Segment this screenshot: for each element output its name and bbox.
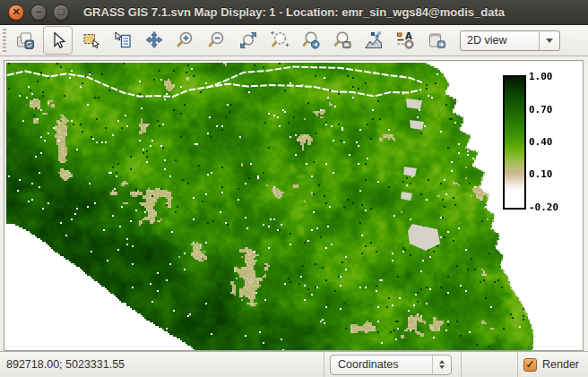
render-map-button[interactable]	[12, 27, 38, 54]
pan-icon	[144, 30, 164, 50]
statusbar-mode-value: Coordinates	[331, 358, 432, 371]
zoom-in-icon	[176, 30, 195, 50]
chevron-down-icon	[546, 39, 553, 43]
zoom-out-icon	[207, 30, 227, 50]
map-toolbar: A 2D view	[0, 25, 588, 56]
save-display-icon	[427, 30, 446, 50]
add-map-elements-button[interactable]: A	[392, 27, 418, 54]
pan-button[interactable]	[141, 27, 167, 54]
pointer-coordinates: 892718.00; 5023331.55	[0, 352, 324, 377]
statusbar-mode-section: Coordinates	[324, 352, 462, 377]
select-features-icon	[82, 30, 101, 50]
statusbar: 892718.00; 5023331.55 Coordinates ✓ Rend…	[0, 351, 588, 377]
render-section: ✓ Render	[523, 352, 588, 377]
toolbar-grip-handle[interactable]	[3, 29, 6, 52]
render-checkbox-label: Render	[542, 358, 579, 371]
zoom-options-icon	[333, 30, 352, 50]
titlebar: ✕ − □ GRASS GIS 7.1.svn Map Display: 1 -…	[0, 0, 588, 25]
spinner-arrows-icon	[432, 356, 451, 374]
dropdown-arrow-button[interactable]	[539, 31, 559, 50]
pointer-button[interactable]	[43, 26, 73, 55]
map-display-area: 1.00 0.70 0.40 0.10 -0.20	[4, 60, 584, 351]
zoom-extent-icon	[238, 30, 258, 50]
statusbar-progress-section	[462, 352, 518, 377]
analyze-map-button[interactable]	[360, 27, 386, 54]
analyze-map-icon	[364, 30, 384, 50]
maximize-button[interactable]: □	[53, 4, 69, 21]
statusbar-mode-select[interactable]: Coordinates	[330, 355, 452, 375]
add-map-elements-icon: A	[395, 30, 415, 50]
zoom-region-button[interactable]	[266, 27, 292, 54]
query-icon	[113, 30, 133, 50]
minimize-button[interactable]: −	[30, 4, 47, 21]
view-mode-value: 2D view	[461, 34, 539, 47]
query-button[interactable]	[109, 27, 135, 54]
zoom-extent-button[interactable]	[235, 27, 261, 54]
grass-map-display-window: ✕ − □ GRASS GIS 7.1.svn Map Display: 1 -…	[0, 0, 588, 377]
zoom-region-icon	[270, 30, 290, 50]
render-checkbox[interactable]: ✓	[523, 358, 537, 372]
select-features-button[interactable]	[78, 27, 104, 54]
map-canvas[interactable]	[4, 61, 583, 350]
window-controls: ✕ − □	[8, 4, 69, 21]
window-title: GRASS GIS 7.1.svn Map Display: 1 - Locat…	[83, 5, 505, 19]
view-mode-dropdown[interactable]: 2D view	[460, 30, 560, 51]
zoom-back-button[interactable]	[298, 27, 324, 54]
pointer-icon	[48, 30, 68, 50]
zoom-in-button[interactable]	[172, 27, 198, 54]
render-map-icon	[15, 30, 35, 50]
close-button[interactable]: ✕	[8, 4, 24, 21]
svg-text:A: A	[405, 31, 412, 41]
zoom-out-button[interactable]	[203, 27, 229, 54]
zoom-back-icon	[301, 30, 321, 50]
zoom-options-button[interactable]	[329, 27, 355, 54]
save-display-button[interactable]	[423, 27, 449, 54]
